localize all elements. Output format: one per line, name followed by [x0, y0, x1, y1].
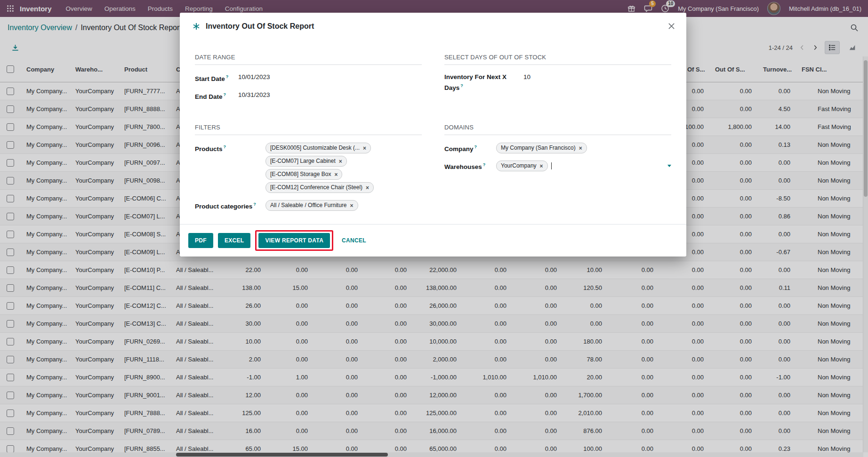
- tag-remove-icon[interactable]: ×: [363, 145, 366, 151]
- filter-tag: [E-COM08] Storage Box×: [265, 169, 342, 180]
- excel-button[interactable]: EXCEL: [218, 233, 251, 248]
- product-categories-label: Product categories?: [195, 200, 265, 211]
- help-icon: ?: [460, 83, 463, 88]
- section-title-days: SELECT DAYS OF OUT OF STOCK: [444, 48, 671, 65]
- filter-tag-label: [E-COM12] Conference Chair (Steel): [270, 183, 362, 192]
- annotation-highlight: VIEW REPORT DATA: [255, 230, 333, 251]
- next-x-days-input[interactable]: 10: [523, 72, 530, 81]
- cancel-button[interactable]: CANCEL: [338, 233, 370, 248]
- filter-tag: My Company (San Francisco)×: [496, 143, 587, 153]
- filter-tag: All / Saleable / Office Furniture×: [265, 200, 358, 211]
- section-date-range: DATE RANGE Start Date? 10/01/2023 End Da…: [195, 48, 422, 108]
- tag-remove-icon[interactable]: ×: [334, 172, 338, 177]
- next-x-days-field: Inventory For Next X Days? 10: [444, 72, 671, 92]
- tag-remove-icon[interactable]: ×: [350, 203, 354, 208]
- filter-tag-label: My Company (San Francisco): [501, 144, 576, 152]
- help-icon: ?: [253, 202, 256, 207]
- dialog-footer: PDF EXCEL VIEW REPORT DATA CANCEL: [180, 224, 686, 257]
- dialog-title: Inventory Out Of Stock Report: [206, 22, 661, 31]
- product-categories-tags[interactable]: All / Saleable / Office Furniture×: [265, 200, 358, 211]
- section-domains: DOMAINS Company? My Company (San Francis…: [444, 118, 671, 218]
- end-date-field: End Date? 10/31/2023: [195, 90, 422, 101]
- warehouses-tags[interactable]: YourCompany×: [496, 160, 548, 171]
- help-icon: ?: [224, 144, 226, 149]
- filter-tag-label: YourCompany: [501, 161, 537, 170]
- out-of-stock-report-dialog: Inventory Out Of Stock Report DATE RANGE…: [180, 13, 686, 257]
- view-report-data-button[interactable]: VIEW REPORT DATA: [258, 233, 330, 248]
- section-days: SELECT DAYS OF OUT OF STOCK Inventory Fo…: [444, 48, 671, 108]
- help-icon: ?: [224, 92, 226, 97]
- dialog-body: DATE RANGE Start Date? 10/01/2023 End Da…: [180, 38, 686, 224]
- close-icon[interactable]: [666, 21, 677, 32]
- filter-tag: YourCompany×: [496, 160, 548, 171]
- tag-remove-icon[interactable]: ×: [579, 145, 582, 151]
- tag-remove-icon[interactable]: ×: [540, 163, 543, 169]
- filter-tag: [DESK0005] Customizable Desk (...×: [265, 143, 371, 153]
- section-title-domains: DOMAINS: [444, 118, 671, 135]
- tag-remove-icon[interactable]: ×: [366, 185, 369, 191]
- dialog-header: Inventory Out Of Stock Report: [180, 13, 686, 38]
- filter-tag-label: [E-COM08] Storage Box: [270, 170, 331, 179]
- filter-tag: [E-COM12] Conference Chair (Steel)×: [265, 182, 374, 193]
- product-categories-field: Product categories? All / Saleable / Off…: [195, 200, 422, 211]
- report-asterisk-icon: [192, 22, 201, 31]
- start-date-input[interactable]: 10/01/2023: [238, 72, 270, 81]
- warehouses-field: Warehouses? YourCompany×: [444, 160, 671, 171]
- warehouses-input[interactable]: YourCompany×: [496, 160, 671, 171]
- tag-remove-icon[interactable]: ×: [339, 159, 342, 164]
- start-date-label: Start Date?: [195, 72, 238, 83]
- filter-tag: [E-COM07] Large Cabinet×: [265, 156, 347, 167]
- company-label: Company?: [444, 143, 496, 153]
- products-tags[interactable]: [DESK0005] Customizable Desk (...×[E-COM…: [265, 143, 374, 193]
- section-filters: FILTERS Products? [DESK0005] Customizabl…: [195, 118, 422, 218]
- start-date-field: Start Date? 10/01/2023: [195, 72, 422, 83]
- company-field: Company? My Company (San Francisco)×: [444, 143, 671, 153]
- warehouses-label: Warehouses?: [444, 160, 496, 171]
- help-icon: ?: [226, 74, 229, 79]
- company-tags[interactable]: My Company (San Francisco)×: [496, 143, 587, 153]
- end-date-label: End Date?: [195, 90, 238, 101]
- pdf-button[interactable]: PDF: [188, 233, 213, 248]
- products-label: Products?: [195, 143, 265, 153]
- products-field: Products? [DESK0005] Customizable Desk (…: [195, 143, 422, 193]
- filter-tag-label: [DESK0005] Customizable Desk (...: [270, 144, 360, 152]
- warehouses-dropdown-caret-icon[interactable]: [667, 165, 671, 167]
- end-date-input[interactable]: 10/31/2023: [238, 90, 270, 99]
- next-x-days-label: Inventory For Next X Days?: [444, 72, 523, 92]
- text-cursor: [551, 162, 552, 169]
- section-title-date-range: DATE RANGE: [195, 48, 422, 65]
- section-title-filters: FILTERS: [195, 118, 422, 135]
- help-icon: ?: [483, 162, 486, 167]
- help-icon: ?: [474, 144, 477, 149]
- filter-tag-label: [E-COM07] Large Cabinet: [270, 157, 336, 166]
- filter-tag-label: All / Saleable / Office Furniture: [270, 201, 347, 210]
